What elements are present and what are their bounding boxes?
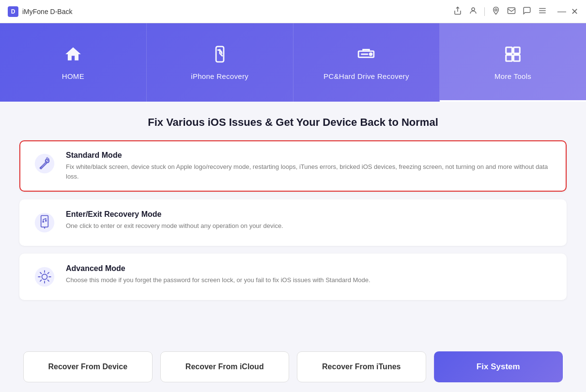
pc-harddrive-icon (357, 45, 375, 67)
fix-system-button[interactable]: Fix System (434, 351, 563, 382)
svg-point-19 (45, 220, 47, 222)
separator (484, 7, 485, 16)
svg-point-18 (42, 221, 44, 223)
nav-pc-label: PC&Hard Drive Recovery (324, 72, 409, 80)
advanced-mode-icon (32, 264, 57, 289)
enter-exit-title: Enter/Exit Recovery Mode (66, 210, 283, 219)
svg-rect-9 (506, 47, 512, 53)
menu-icon[interactable] (538, 6, 547, 17)
page-heading: Fix Various iOS Issues & Get Your Device… (19, 116, 567, 129)
bottom-bar: Recover From Device Recover From iCloud … (19, 346, 567, 382)
nav-iphone-label: iPhone Recovery (191, 72, 248, 80)
close-button[interactable]: ✕ (571, 6, 578, 17)
enter-exit-recovery-body: Enter/Exit Recovery Mode One click to en… (66, 210, 283, 231)
standard-mode-icon (32, 151, 57, 176)
share-icon[interactable] (453, 6, 462, 17)
nav-home-label: HOME (62, 72, 84, 80)
app-title: iMyFone D-Back (22, 8, 72, 15)
standard-mode-body: Standard Mode Fix white/black screen, de… (66, 151, 554, 181)
nav-home[interactable]: HOME (0, 23, 147, 102)
recover-itunes-button[interactable]: Recover From iTunes (297, 351, 426, 382)
svg-point-8 (370, 53, 372, 55)
svg-point-0 (472, 8, 475, 11)
titlebar-left: D iMyFone D-Back (8, 6, 72, 17)
user-icon[interactable] (469, 6, 478, 17)
recover-device-button[interactable]: Recover From Device (23, 351, 153, 382)
svg-rect-10 (514, 47, 520, 53)
advanced-mode-card[interactable]: Advanced Mode Choose this mode if you fo… (19, 254, 567, 300)
svg-point-20 (35, 267, 54, 286)
svg-rect-2 (508, 8, 515, 14)
nav-iphone-recovery[interactable]: iPhone Recovery (147, 23, 293, 102)
standard-mode-desc: Fix white/black screen, device stuck on … (66, 162, 554, 181)
nav-more-tools[interactable]: More Tools (440, 23, 586, 102)
recover-icloud-button[interactable]: Recover From iCloud (160, 351, 290, 382)
advanced-mode-body: Advanced Mode Choose this mode if you fo… (66, 264, 370, 285)
home-icon (64, 45, 82, 67)
standard-mode-card[interactable]: Standard Mode Fix white/black screen, de… (19, 140, 567, 192)
svg-point-17 (44, 227, 46, 229)
enter-exit-recovery-card[interactable]: Enter/Exit Recovery Mode One click to en… (19, 199, 567, 246)
main-content: Fix Various iOS Issues & Get Your Device… (0, 102, 586, 392)
enter-exit-icon (32, 210, 57, 235)
mail-icon[interactable] (507, 6, 516, 17)
titlebar: D iMyFone D-Back (0, 0, 586, 23)
nav-pc-harddrive[interactable]: PC&Hard Drive Recovery (293, 23, 440, 102)
advanced-mode-title: Advanced Mode (66, 264, 370, 273)
minimize-button[interactable]: — (557, 6, 566, 16)
navbar: HOME iPhone Recovery PC&Hard Drive Recov… (0, 23, 586, 102)
svg-rect-12 (514, 55, 520, 61)
iphone-recovery-icon (211, 45, 229, 67)
app-logo: D (8, 6, 18, 17)
svg-rect-11 (506, 55, 512, 61)
advanced-mode-desc: Choose this mode if you forget the passw… (66, 275, 370, 285)
more-tools-icon (504, 45, 522, 67)
standard-mode-title: Standard Mode (66, 151, 554, 160)
svg-point-1 (495, 9, 497, 11)
window-controls: — ✕ (557, 6, 578, 17)
enter-exit-desc: One click to enter or exit recovery mode… (66, 221, 283, 231)
titlebar-controls: — ✕ (453, 6, 578, 17)
location-icon[interactable] (492, 6, 500, 17)
nav-more-tools-label: More Tools (494, 72, 531, 80)
chat-icon[interactable] (523, 6, 531, 17)
